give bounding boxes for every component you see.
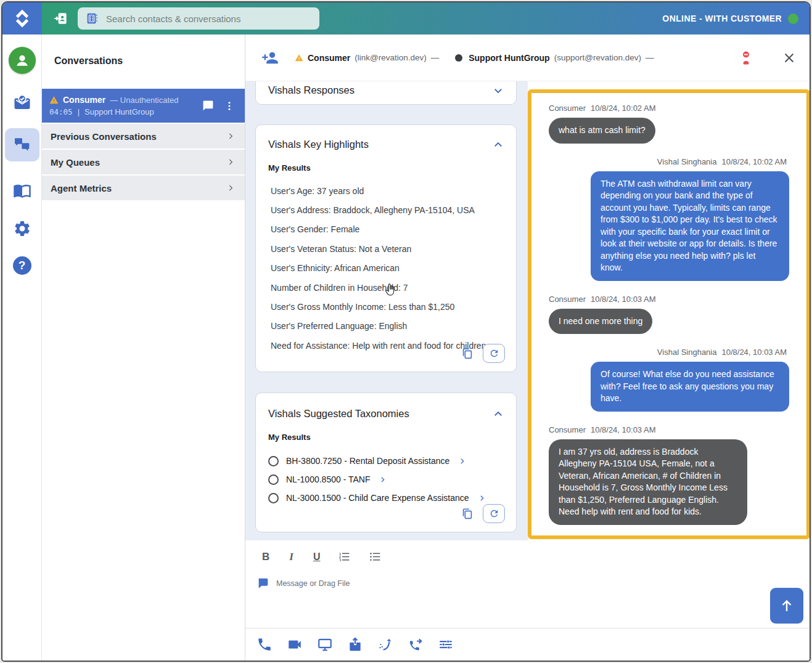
chevron-up-icon[interactable] xyxy=(493,139,504,150)
participant-name: Support HuntGroup xyxy=(469,53,549,63)
nav-sidebar: ? xyxy=(2,35,42,661)
conversation-auth-status: — Unauthenticated xyxy=(110,96,178,105)
sidebar-item-settings[interactable] xyxy=(13,219,31,238)
results-subtitle: My Results xyxy=(256,433,516,442)
message-time: 10/8/24, 10:02 AM xyxy=(591,104,656,113)
taxonomy-option[interactable]: BH-3800.7250 - Rental Deposit Assistance xyxy=(268,452,504,470)
search-box[interactable] xyxy=(78,7,319,30)
add-participant-icon[interactable] xyxy=(261,49,279,67)
video-call-icon[interactable] xyxy=(287,637,303,653)
participant-name: Consumer xyxy=(308,53,350,63)
chevron-right-icon[interactable] xyxy=(458,457,466,465)
list-item-label: Previous Conversations xyxy=(51,131,157,142)
participant-email: (link@revation.dev) xyxy=(355,53,427,62)
chevron-right-icon[interactable] xyxy=(379,476,387,484)
taxonomy-option[interactable]: NL-1000.8500 - TANF xyxy=(268,470,504,489)
book-icon xyxy=(13,181,31,200)
copy-icon[interactable] xyxy=(461,507,474,521)
message-bubble-agent: Of course! What else do you need assista… xyxy=(591,362,789,412)
highlight-item: User's Ethnicity: African American xyxy=(271,259,504,278)
contacts-search-icon xyxy=(85,12,99,25)
card-vishals-responses: Vishals Responses xyxy=(255,81,517,105)
results-subtitle: My Results xyxy=(256,163,516,173)
send-button[interactable] xyxy=(770,588,803,624)
sidebar-item-directory[interactable] xyxy=(13,181,31,200)
chevron-down-icon[interactable] xyxy=(493,85,504,96)
chevron-right-icon xyxy=(226,184,235,192)
radio-button[interactable] xyxy=(268,456,279,466)
phone-call-icon[interactable] xyxy=(256,637,273,653)
message-bubble-agent: The ATM cash withdrawal limit can vary d… xyxy=(591,171,789,281)
conversations-panel: Conversations Consumer — Unauthenticated… xyxy=(42,35,245,661)
message-author: Consumer xyxy=(549,425,586,434)
chat-transcript-panel[interactable]: Consumer10/8/24, 10:02 AM what is atm ca… xyxy=(528,89,810,539)
message-meta: Consumer10/8/24, 10:02 AM xyxy=(549,104,789,113)
block-user-icon[interactable] xyxy=(738,50,754,66)
chevron-up-icon[interactable] xyxy=(493,409,504,420)
app-logo[interactable] xyxy=(2,2,42,35)
participant-dash: — xyxy=(431,53,440,62)
warning-icon xyxy=(295,54,303,62)
highlight-item: User's Age: 37 years old xyxy=(271,181,504,200)
italic-button[interactable]: I xyxy=(287,551,295,563)
ai-assist-column[interactable]: Vishals Responses Vishals Key Highlights… xyxy=(245,81,528,540)
chat-bubble-icon[interactable] xyxy=(202,100,214,112)
sidebar-item-my-queues[interactable]: My Queues xyxy=(42,150,245,174)
diamond-logo-icon xyxy=(12,8,33,29)
participant-support: Support HuntGroup (support@revation.dev)… xyxy=(455,53,654,63)
card-title: Vishals Responses xyxy=(268,84,355,96)
message-time: 10/8/24, 10:02 AM xyxy=(721,157,787,166)
highlights-list: User's Age: 37 years old User's Address:… xyxy=(256,181,516,355)
message-input[interactable]: Message or Drag File xyxy=(245,577,810,590)
sidebar-item-inbox[interactable] xyxy=(13,94,31,112)
message-meta: Vishal Singhania10/8/24, 10:02 AM xyxy=(657,157,787,166)
format-toolbar: B I U xyxy=(245,540,810,563)
chevron-right-icon[interactable] xyxy=(478,494,486,502)
participant-dash: — xyxy=(646,53,654,62)
screen-share-icon[interactable] xyxy=(317,637,333,653)
help-icon: ? xyxy=(18,259,26,272)
message-time: 10/8/24, 10:03 AM xyxy=(591,295,656,304)
radio-button[interactable] xyxy=(268,493,279,503)
message-author: Consumer xyxy=(549,295,586,304)
gear-icon xyxy=(13,219,31,238)
search-input[interactable] xyxy=(106,14,312,24)
underline-button[interactable]: U xyxy=(313,551,321,563)
chat-header: Consumer (link@revation.dev) — Support H… xyxy=(245,35,810,81)
radio-button[interactable] xyxy=(268,474,279,485)
more-menu-icon[interactable] xyxy=(224,100,235,112)
ordered-list-icon[interactable] xyxy=(338,550,351,563)
separator: | xyxy=(78,107,80,116)
list-item-label: My Queues xyxy=(51,157,100,168)
highlight-item: User's Gross Monthly Income: Less than $… xyxy=(271,297,504,316)
file-share-icon[interactable] xyxy=(347,637,363,653)
bold-button[interactable]: B xyxy=(262,551,269,563)
call-transfer-icon[interactable] xyxy=(408,637,424,653)
presence-status[interactable]: ONLINE - WITH CUSTOMER xyxy=(662,14,810,24)
conversation-body: Vishals Responses Vishals Key Highlights… xyxy=(245,81,810,540)
highlight-item: Number of Children in Household: 7 xyxy=(271,278,504,297)
import-contact-icon[interactable] xyxy=(53,10,69,26)
ai-assist-icon[interactable] xyxy=(377,637,393,653)
close-icon[interactable] xyxy=(782,51,796,65)
person-icon xyxy=(14,52,31,69)
settings-sliders-icon[interactable] xyxy=(438,637,454,653)
sidebar-item-previous-conversations[interactable]: Previous Conversations xyxy=(42,124,245,148)
status-label: ONLINE - WITH CUSTOMER xyxy=(662,14,782,23)
bullet-list-icon[interactable] xyxy=(369,550,382,563)
refresh-button[interactable] xyxy=(483,504,505,523)
conversation-item-active[interactable]: Consumer — Unauthenticated 04:05 | Suppo… xyxy=(42,89,245,123)
chevron-right-icon xyxy=(226,132,235,140)
chevron-right-icon xyxy=(226,158,235,166)
chat-bubbles-icon xyxy=(12,135,32,155)
user-avatar[interactable] xyxy=(9,47,36,74)
message-icon xyxy=(256,577,270,590)
refresh-button[interactable] xyxy=(483,344,505,363)
taxonomy-label: NL-1000.8500 - TANF xyxy=(286,474,370,484)
message-time: 10/8/24, 10:03 AM xyxy=(591,425,656,434)
sidebar-item-agent-metrics[interactable]: Agent Metrics xyxy=(42,176,245,200)
sidebar-item-conversations[interactable] xyxy=(5,128,39,161)
copy-icon[interactable] xyxy=(461,347,474,360)
sidebar-item-help[interactable]: ? xyxy=(13,256,31,275)
main-area: Consumer (link@revation.dev) — Support H… xyxy=(245,35,810,661)
